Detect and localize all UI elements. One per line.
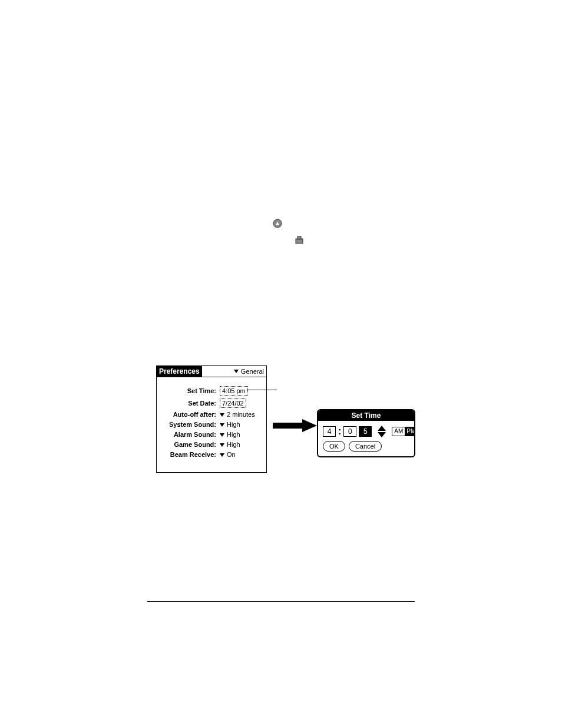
prefs-title: Preferences [157, 366, 202, 377]
chevron-down-icon [220, 423, 224, 427]
label-set-date: Set Date: [160, 400, 216, 407]
alarm-sound-dropdown[interactable]: High [220, 431, 240, 438]
svg-marker-4 [302, 419, 317, 432]
set-time-selector[interactable]: 4:05 pm [220, 386, 248, 396]
chevron-down-icon [234, 370, 239, 373]
arrow-right-icon [273, 419, 317, 434]
svg-rect-3 [273, 423, 302, 429]
row-set-date: Set Date: 7/24/02 [160, 398, 263, 408]
applications-icon [273, 219, 282, 230]
label-auto-off: Auto-off after: [160, 411, 216, 418]
prefs-icon [295, 235, 304, 247]
chevron-down-icon [220, 413, 224, 417]
am-toggle[interactable]: AM [392, 427, 405, 436]
page-divider [147, 601, 415, 602]
row-set-time: Set Time: 4:05 pm [160, 386, 263, 396]
chevron-down-icon [220, 443, 224, 447]
ok-button[interactable]: OK [323, 441, 345, 452]
chevron-down-icon [220, 433, 224, 437]
time-colon: : [338, 426, 341, 437]
minute-tens-field[interactable]: 0 [343, 426, 356, 437]
row-alarm-sound: Alarm Sound: High [160, 431, 263, 438]
set-date-selector[interactable]: 7/24/02 [220, 398, 246, 408]
svg-rect-2 [297, 236, 301, 239]
row-game-sound: Game Sound: High [160, 441, 263, 448]
game-sound-dropdown[interactable]: High [220, 441, 240, 448]
hour-field[interactable]: 4 [323, 426, 336, 437]
cancel-button[interactable]: Cancel [349, 441, 382, 452]
preferences-panel: Preferences General Set Time: 4:05 pm Se… [156, 365, 267, 473]
label-alarm-sound: Alarm Sound: [160, 431, 216, 438]
step-down-button[interactable] [378, 432, 386, 437]
row-auto-off: Auto-off after: 2 minutes [160, 411, 263, 418]
label-system-sound: System Sound: [160, 421, 216, 428]
minute-ones-field[interactable]: 5 [359, 426, 372, 437]
set-time-dialog: Set Time 4 : 0 5 AM PM OK Cancel [317, 409, 415, 457]
label-beam-receive: Beam Receive: [160, 451, 216, 458]
step-up-button[interactable] [378, 426, 386, 431]
auto-off-dropdown[interactable]: 2 minutes [220, 411, 255, 418]
pm-toggle[interactable]: PM [405, 427, 415, 436]
system-sound-dropdown[interactable]: High [220, 421, 240, 428]
chevron-down-icon [220, 453, 224, 457]
prefs-category-label: General [241, 368, 264, 375]
row-beam-receive: Beam Receive: On [160, 451, 263, 458]
row-system-sound: System Sound: High [160, 421, 263, 428]
label-game-sound: Game Sound: [160, 441, 216, 448]
callout-line [247, 390, 277, 390]
beam-receive-dropdown[interactable]: On [220, 451, 236, 458]
prefs-category-dropdown[interactable]: General [232, 366, 266, 377]
set-time-title: Set Time [318, 410, 414, 421]
label-set-time: Set Time: [160, 387, 216, 394]
